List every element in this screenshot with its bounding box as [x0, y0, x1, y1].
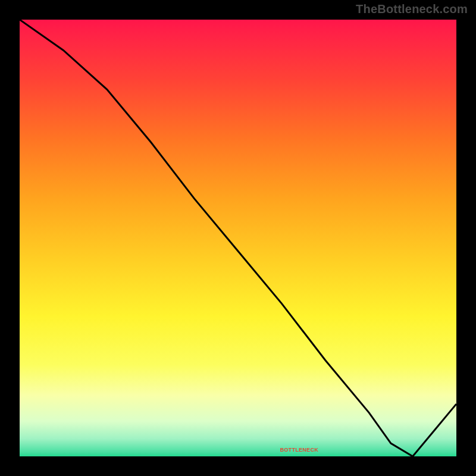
line-curve	[20, 20, 456, 456]
curve-path	[20, 20, 456, 456]
chart-container: TheBottleneck.com BOTTLENECK	[0, 0, 476, 476]
min-point-label: BOTTLENECK	[280, 447, 319, 453]
plot-area: BOTTLENECK	[20, 20, 456, 456]
watermark-text: TheBottleneck.com	[356, 2, 468, 16]
